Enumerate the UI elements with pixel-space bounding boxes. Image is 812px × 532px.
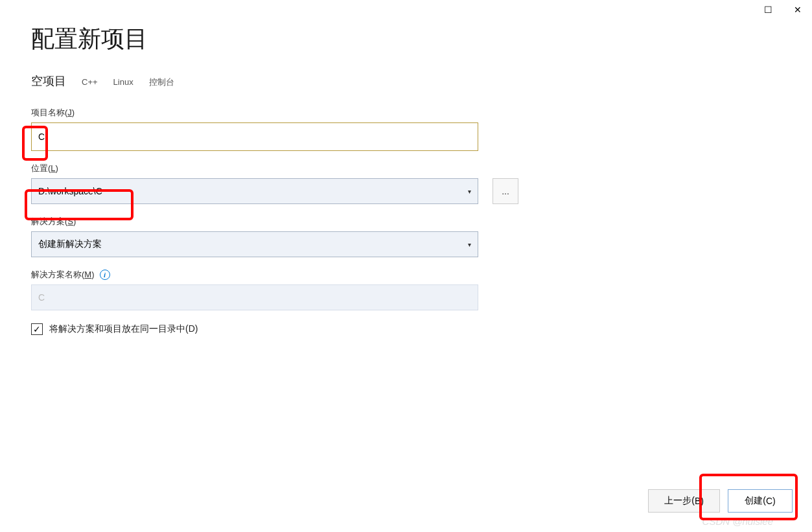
watermark: CSDN @huislee	[702, 516, 773, 527]
location-value: D:\workspace\C	[38, 186, 102, 196]
chevron-down-icon: ▾	[468, 188, 471, 195]
solution-name-input: C	[31, 284, 478, 310]
close-button[interactable]: ✕	[783, 0, 812, 19]
browse-button[interactable]: ...	[493, 178, 518, 204]
solution-value: 创建新解决方案	[38, 238, 102, 250]
same-directory-label: 将解决方案和项目放在同一目录中(D)	[49, 323, 198, 335]
template-tag: Linux	[113, 77, 133, 87]
create-button[interactable]: 创建(C)	[728, 489, 793, 513]
solution-combobox[interactable]: 创建新解决方案 ▾	[31, 231, 478, 257]
template-summary: 空项目 C++ Linux 控制台	[31, 73, 781, 89]
info-icon[interactable]: i	[100, 270, 110, 280]
maximize-button[interactable]: ☐	[754, 0, 783, 19]
project-name-label: 项目名称(J)	[31, 107, 781, 119]
project-name-input[interactable]	[31, 122, 478, 151]
solution-label: 解决方案(S)	[31, 216, 781, 227]
chevron-down-icon: ▾	[468, 241, 471, 248]
page-title: 配置新项目	[31, 23, 781, 55]
location-combobox[interactable]: D:\workspace\C ▾	[31, 178, 478, 204]
same-directory-checkbox[interactable]: ✓	[31, 323, 43, 335]
template-tag: C++	[82, 77, 98, 87]
solution-name-label: 解决方案名称(M)	[31, 269, 95, 281]
back-button[interactable]: 上一步(B)	[648, 489, 720, 513]
location-label: 位置(L)	[31, 163, 781, 174]
template-name: 空项目	[31, 73, 66, 89]
template-tag: 控制台	[149, 76, 174, 88]
